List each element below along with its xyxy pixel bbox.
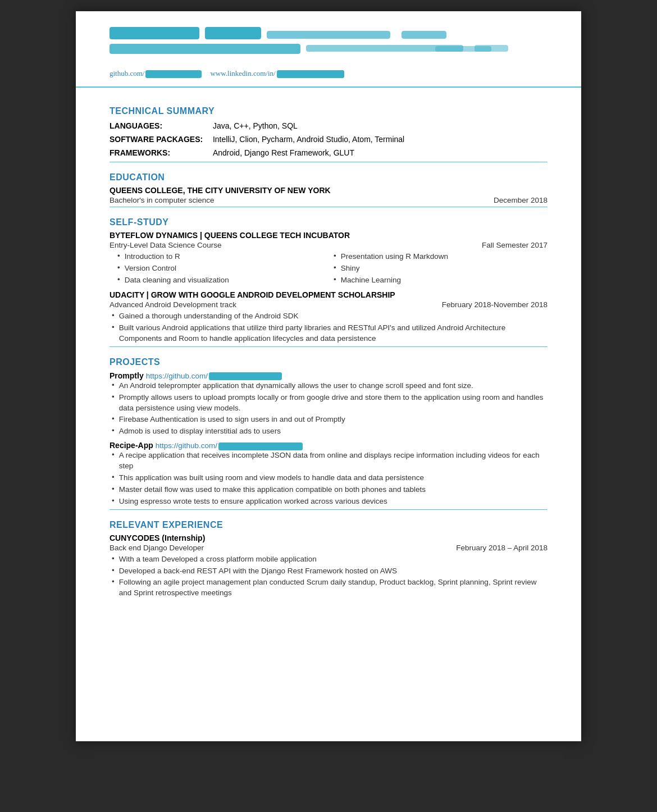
list-item: Admob is used to display interstitial ad… (110, 426, 548, 437)
byteflow-bullets-right: Presentation using R Markdown Shiny Mach… (331, 252, 548, 287)
udacity-subtitle: Advanced Android Development track (110, 300, 236, 309)
promptly-bullets: An Android teleprompter application that… (110, 381, 548, 437)
udacity-date: February 2018-November 2018 (442, 300, 548, 309)
linkedin-link[interactable]: www.linkedin.com/in/ (210, 69, 275, 77)
projects-title: PROJECTS (110, 357, 548, 367)
recipe-app-header: Recipe-App https://github.com/ (110, 440, 548, 450)
degree-text: Bachelor's in computer science (110, 196, 214, 204)
education-institution: QUEENS COLLEGE, THE CITY UNIVERSITY OF N… (110, 186, 548, 195)
languages-value: Java, C++, Python, SQL (213, 120, 298, 133)
languages-label: LANGUAGES: (110, 120, 211, 133)
udacity-bullets: Gained a thorough understanding of the A… (110, 311, 548, 344)
redact-bar-1 (110, 27, 199, 39)
divider-education (110, 162, 548, 162)
redact-bar-8 (474, 45, 508, 52)
relevant-experience-title: RELEVANT EXPERIENCE (110, 520, 548, 530)
promptly-link-redact (209, 372, 282, 380)
promptly-name: Promptly (110, 371, 144, 380)
list-item: Firebase Authentication is used to sign … (110, 414, 548, 425)
list-item: Developed a back-end REST API with the D… (110, 566, 548, 577)
name-redacted (110, 22, 548, 62)
software-label: SOFTWARE PACKAGES: (110, 133, 211, 147)
software-value: IntelliJ, Clion, Pycharm, Android Studio… (213, 133, 404, 147)
list-item: A recipe application that receives incom… (110, 450, 548, 472)
cunycodes-date: February 2018 – April 2018 (456, 544, 548, 552)
redact-bar-2 (205, 27, 261, 39)
promptly-header: Promptly https://github.com/ (110, 371, 548, 381)
byteflow-date: Fall Semester 2017 (482, 241, 548, 249)
contact-line: github.com/ www.linkedin.com/in/ (110, 65, 548, 81)
header-area: github.com/ www.linkedin.com/in/ (76, 11, 581, 88)
list-item: Gained a thorough understanding of the A… (110, 311, 548, 322)
list-item: Master detail flow was used to make this… (110, 485, 548, 495)
cunycodes-role: Back end Django Developer (110, 544, 204, 552)
github-redact (145, 70, 202, 78)
recipe-app-link[interactable]: https://github.com/ (156, 441, 304, 450)
byteflow-subtitle: Entry-Level Data Science Course (110, 241, 222, 249)
resume-content: TECHNICAL SUMMARY LANGUAGES: Java, C++, … (76, 88, 581, 617)
list-item: Introduction to R (115, 252, 331, 262)
list-item: Shiny (331, 263, 548, 274)
resume-page: github.com/ www.linkedin.com/in/ TECHNIC… (76, 11, 581, 741)
redact-bar-7 (306, 45, 463, 52)
cunycodes-bullets: With a team Developed a cross platform m… (110, 554, 548, 599)
byteflow-institution: BYTEFLOW DYNAMICS | QUEENS COLLEGE TECH … (110, 231, 548, 240)
udacity-institution: UDACITY | GROW WITH GOOGLE ANDROID DEVEL… (110, 290, 548, 299)
list-item: Machine Learning (331, 275, 548, 286)
list-item: Version Control (115, 263, 331, 274)
list-item: An Android teleprompter application that… (110, 381, 548, 391)
divider-self-study (110, 207, 548, 207)
udacity-subtitle-line: Advanced Android Development track Febru… (110, 300, 548, 309)
redact-bar-3 (267, 31, 390, 39)
promptly-link[interactable]: https://github.com/ (146, 372, 283, 380)
redact-bar-4 (402, 31, 446, 39)
list-item: Following an agile project management pl… (110, 577, 548, 599)
education-title: EDUCATION (110, 172, 548, 183)
frameworks-label: FRAMEWORKS: (110, 147, 211, 160)
self-study-title: SELF-STUDY (110, 217, 548, 227)
degree-line: Bachelor's in computer science December … (110, 196, 548, 204)
linkedin-redact (277, 70, 344, 78)
list-item: This application was built using room an… (110, 473, 548, 483)
tech-table: LANGUAGES: Java, C++, Python, SQL SOFTWA… (110, 120, 548, 159)
cunycodes-institution: CUNYCODES (Internship) (110, 533, 548, 542)
list-item: Presentation using R Markdown (331, 252, 548, 262)
recipe-app-name: Recipe-App (110, 441, 153, 450)
technical-summary-title: TECHNICAL SUMMARY (110, 106, 548, 116)
byteflow-bullets: Introduction to R Version Control Data c… (115, 252, 548, 287)
byteflow-subtitle-line: Entry-Level Data Science Course Fall Sem… (110, 241, 548, 249)
list-item: Data cleaning and visualization (115, 275, 331, 286)
list-item: Promptly allows users to upload prompts … (110, 393, 548, 414)
education-date: December 2018 (494, 196, 548, 204)
recipe-app-bullets: A recipe application that receives incom… (110, 450, 548, 507)
recipe-link-redact (218, 443, 303, 450)
list-item: Using espresso wrote tests to ensure app… (110, 496, 548, 507)
github-link[interactable]: github.com/ (110, 69, 144, 77)
frameworks-value: Android, Django Rest Framework, GLUT (213, 147, 354, 160)
cunycodes-subtitle-line: Back end Django Developer February 2018 … (110, 544, 548, 552)
divider-experience (110, 509, 548, 510)
frameworks-row: FRAMEWORKS: Android, Django Rest Framewo… (110, 147, 548, 160)
languages-row: LANGUAGES: Java, C++, Python, SQL (110, 120, 548, 133)
software-row: SOFTWARE PACKAGES: IntelliJ, Clion, Pych… (110, 133, 548, 147)
list-item: With a team Developed a cross platform m… (110, 554, 548, 565)
redact-bar-6 (110, 44, 300, 54)
byteflow-bullets-left: Introduction to R Version Control Data c… (115, 252, 331, 287)
list-item: Built various Android applications that … (110, 323, 548, 344)
divider-projects (110, 346, 548, 347)
